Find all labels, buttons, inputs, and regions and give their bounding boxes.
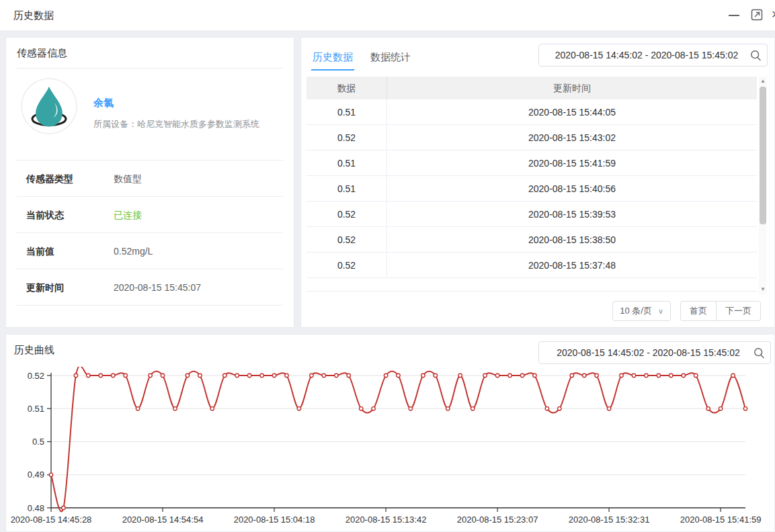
info-label: 传感器类型 xyxy=(26,161,73,197)
history-data-panel: 历史数据数据统计 2020-08-15 14:45:02 - 2020-08-1… xyxy=(300,37,775,328)
cell-data-value: 0.51 xyxy=(307,150,387,175)
sensor-info-panel: 传感器信息 余氯 所属设备：哈尼克智能水质多参数监测系统 传感器类型数值型当前状… xyxy=(5,37,294,328)
info-label: 当前值 xyxy=(26,233,54,269)
info-value: 已连接 xyxy=(114,197,142,233)
expand-icon xyxy=(751,9,763,21)
curve-date-range-picker[interactable]: 2020-08-15 14:45:02 - 2020-08-15 15:45:0… xyxy=(538,341,771,364)
table-body: 0.512020-08-15 15:44:050.522020-08-15 15… xyxy=(307,99,757,278)
history-line-chart: 0.480.490.50.510.522020-08-15 14:45:2820… xyxy=(6,367,774,532)
sensor-info-row: 传感器类型数值型 xyxy=(17,161,283,197)
column-header-data: 数据 xyxy=(307,77,387,99)
table-row: 0.522020-08-15 15:38:50 xyxy=(307,227,757,253)
curve-panel-title: 历史曲线 xyxy=(14,344,54,357)
svg-text:2020-08-15 15:13:42: 2020-08-15 15:13:42 xyxy=(345,515,427,525)
history-date-range-value: 2020-08-15 14:45:02 - 2020-08-15 15:45:0… xyxy=(544,50,749,60)
sensor-info-row: 当前状态已连接 xyxy=(17,197,283,233)
scrollbar-thumb[interactable] xyxy=(760,87,766,224)
sensor-info-rows: 传感器类型数值型当前状态已连接当前值0.52mg/L更新时间2020-08-15… xyxy=(17,160,283,306)
sensor-info-row: 更新时间2020-08-15 15:45:07 xyxy=(17,269,283,306)
table-row-partial xyxy=(307,278,757,292)
chevron-down-icon: ∨ xyxy=(658,307,663,316)
tab-history-data[interactable]: 历史数据 xyxy=(311,44,354,71)
table-row: 0.512020-08-15 15:41:59 xyxy=(307,150,757,176)
tab-data-statistics[interactable]: 数据统计 xyxy=(369,44,412,71)
table-row: 0.522020-08-15 15:43:02 xyxy=(307,125,757,150)
history-date-range-picker[interactable]: 2020-08-15 14:45:02 - 2020-08-15 15:45:0… xyxy=(538,44,768,66)
cell-data-value: 0.51 xyxy=(307,176,387,201)
curve-date-range-value: 2020-08-15 14:45:02 - 2020-08-15 15:45:0… xyxy=(544,347,752,358)
cell-update-time: 2020-08-15 15:39:53 xyxy=(387,202,757,226)
divider xyxy=(17,68,283,69)
table-row: 0.522020-08-15 15:39:53 xyxy=(307,202,757,227)
scroll-up-icon[interactable]: ▲ xyxy=(759,77,767,85)
history-curve-panel: 历史曲线 2020-08-15 14:45:02 - 2020-08-15 15… xyxy=(5,334,775,532)
water-drop-icon xyxy=(21,78,77,134)
page-title: 历史数据 xyxy=(13,9,54,22)
svg-text:2020-08-15 15:23:07: 2020-08-15 15:23:07 xyxy=(457,515,538,525)
close-button[interactable]: ✕ xyxy=(771,8,775,21)
svg-text:0.52: 0.52 xyxy=(28,371,44,381)
cell-update-time: 2020-08-15 15:37:48 xyxy=(387,253,757,277)
info-value: 0.52mg/L xyxy=(114,233,153,269)
table-row: 0.522020-08-15 15:37:48 xyxy=(307,253,757,278)
cell-update-time: 2020-08-15 15:40:56 xyxy=(387,176,757,201)
pagination-buttons: 首页 下一页 xyxy=(680,301,761,321)
svg-text:0.48: 0.48 xyxy=(28,503,44,513)
pagination: 10 条/页 ∨ 首页 下一页 xyxy=(612,301,761,321)
cell-update-time: 2020-08-15 15:43:02 xyxy=(387,125,757,150)
cell-data-value: 0.52 xyxy=(307,202,387,226)
info-value: 数值型 xyxy=(114,161,142,197)
maximize-button[interactable] xyxy=(751,9,763,21)
cell-update-time: 2020-08-15 15:38:50 xyxy=(387,227,757,252)
first-page-button[interactable]: 首页 xyxy=(681,302,716,320)
window-titlebar: 历史数据 ✕ xyxy=(0,0,775,30)
next-page-button[interactable]: 下一页 xyxy=(716,302,760,320)
history-tabs: 历史数据数据统计 xyxy=(311,44,412,71)
cell-update-time: 2020-08-15 15:41:59 xyxy=(387,150,757,175)
scroll-down-icon[interactable]: ▼ xyxy=(759,285,767,294)
sensor-device-label: 所属设备：哈尼克智能水质多参数监测系统 xyxy=(93,118,259,130)
cell-data-value: 0.52 xyxy=(307,125,387,150)
column-header-time: 更新时间 xyxy=(387,77,757,99)
sensor-panel-title: 传感器信息 xyxy=(17,47,67,60)
svg-text:0.51: 0.51 xyxy=(28,404,44,414)
search-icon[interactable] xyxy=(750,50,762,61)
info-label: 当前状态 xyxy=(26,197,64,233)
page-size-value: 10 条/页 xyxy=(620,305,652,317)
table-header: 数据 更新时间 xyxy=(307,77,757,99)
svg-text:2020-08-15 14:45:28: 2020-08-15 14:45:28 xyxy=(11,515,92,525)
svg-text:2020-08-15 14:54:54: 2020-08-15 14:54:54 xyxy=(122,515,204,525)
svg-text:2020-08-15 15:04:18: 2020-08-15 15:04:18 xyxy=(234,515,315,525)
table-scrollbar[interactable]: ▲ ▼ xyxy=(759,77,767,294)
cell-update-time: 2020-08-15 15:44:05 xyxy=(387,99,757,124)
table-row: 0.512020-08-15 15:44:05 xyxy=(307,99,757,125)
info-label: 更新时间 xyxy=(26,269,64,306)
cell-data-value: 0.51 xyxy=(307,99,387,124)
sensor-name-link[interactable]: 余氯 xyxy=(93,97,114,109)
page-size-select[interactable]: 10 条/页 ∨ xyxy=(612,301,671,321)
info-value: 2020-08-15 15:45:07 xyxy=(114,269,201,306)
cell-data-value: 0.52 xyxy=(307,227,387,252)
history-data-table: 数据 更新时间 0.512020-08-15 15:44:050.522020-… xyxy=(307,77,757,292)
svg-text:0.5: 0.5 xyxy=(32,437,44,447)
svg-text:2020-08-15 15:41:59: 2020-08-15 15:41:59 xyxy=(680,515,762,525)
minimize-button[interactable] xyxy=(729,15,739,16)
svg-text:2020-08-15 15:32:31: 2020-08-15 15:32:31 xyxy=(569,515,650,525)
sensor-info-row: 当前值0.52mg/L xyxy=(17,233,283,269)
table-row: 0.512020-08-15 15:40:56 xyxy=(307,176,757,202)
search-icon[interactable] xyxy=(753,347,765,359)
svg-text:0.49: 0.49 xyxy=(28,470,44,480)
cell-data-value: 0.52 xyxy=(307,253,387,277)
